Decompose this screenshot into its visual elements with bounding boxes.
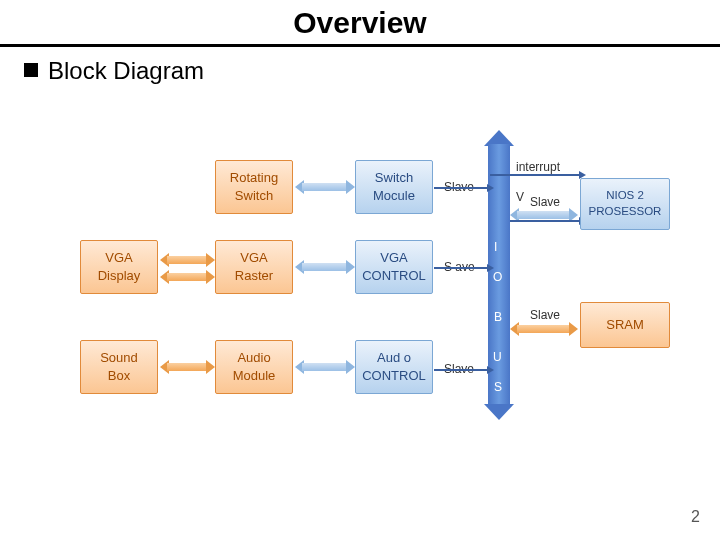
block-audio-control: Aud o CONTROL [355,340,433,394]
block-sram: SRAM [580,302,670,348]
slide: Overview Block Diagram V I O B U S Rotat… [0,0,720,540]
thin-arrow [490,174,580,176]
bullet-square-icon [24,63,38,77]
arrow-bi [160,360,215,374]
section-heading: Block Diagram [0,47,720,85]
label-slave: Slave [530,308,560,322]
arrow-bi [295,180,355,194]
block-line: Sound [85,349,153,367]
block-line: VGA [360,249,428,267]
arrow-bi [295,360,355,374]
bus-letter: U [493,350,502,364]
arrow-right-icon [487,264,494,272]
block-line: CONTROL [360,267,428,285]
bus-letter: B [494,310,502,324]
block-line: Aud o [360,349,428,367]
label-slave: Slave [530,195,560,209]
arrow-bi [510,322,578,336]
block-line: Box [85,367,153,385]
arrow-right-icon [487,366,494,374]
block-line: Raster [220,267,288,285]
block-audio-module: Audio Module [215,340,293,394]
block-sound-box: Sound Box [80,340,158,394]
page-number: 2 [691,508,700,526]
block-nios2: NIOS 2 PROSESSOR [580,178,670,230]
block-line: VGA [220,249,288,267]
arrow-bi [160,253,215,267]
block-line: PROSESSOR [585,204,665,220]
block-line: VGA [85,249,153,267]
bus-letter: S [494,380,502,394]
block-vga-raster: VGA Raster [215,240,293,294]
block-line: Switch [360,169,428,187]
bus-arrow-down-icon [484,404,514,420]
bus-letter: O [493,270,502,284]
block-vga-control: VGA CONTROL [355,240,433,294]
thin-arrow [510,220,580,222]
bus-letter: V [516,190,524,204]
thin-arrow [434,187,488,189]
block-switch-module: Switch Mocule [355,160,433,214]
block-line: Switch [220,187,288,205]
bus-letter: I [494,240,497,254]
block-line: Module [220,367,288,385]
section-text: Block Diagram [48,57,204,84]
block-line: SRAM [585,316,665,334]
block-rotating-switch: Rotating Switch [215,160,293,214]
block-line: NIOS 2 [585,188,665,204]
thin-arrow [434,267,488,269]
block-line: Rotating [220,169,288,187]
block-line: CONTROL [360,367,428,385]
diagram-canvas: V I O B U S Rotating Switch Switch Mocul… [0,130,720,460]
block-vga-display: VGA Display [80,240,158,294]
arrow-bi [295,260,355,274]
block-line: Mocule [360,187,428,205]
arrow-bi [160,270,215,284]
block-line: Display [85,267,153,285]
thin-arrow [434,369,488,371]
arrow-right-icon [487,184,494,192]
label-interrupt: interrupt [516,160,560,174]
page-title: Overview [0,0,720,44]
block-line: Audio [220,349,288,367]
